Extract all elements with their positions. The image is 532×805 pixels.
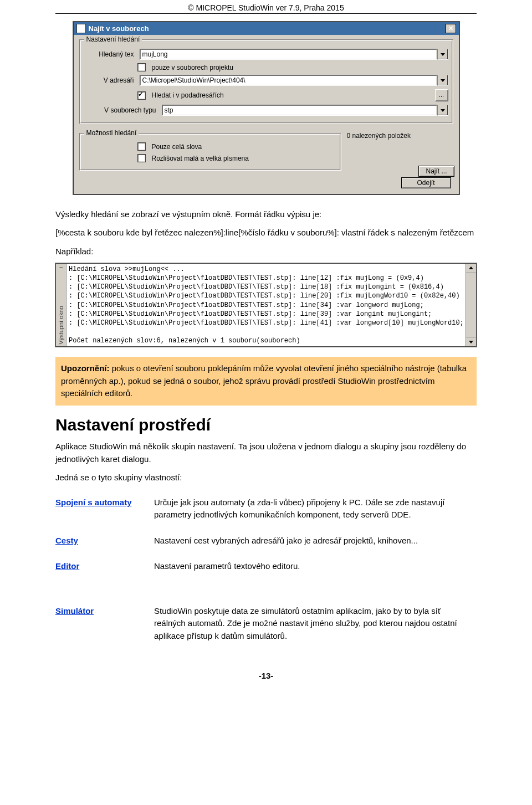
property-desc: StudioWin poskytuje data ze simulátorů o… (154, 598, 477, 649)
close-icon[interactable]: ✕ (446, 24, 456, 33)
page-header: © MICROPEL StudioWin ver 7.9, Praha 2015 (55, 0, 477, 14)
scroll-up-icon[interactable] (466, 264, 476, 273)
search-options-group: Možnosti hledání Pouze celá slova Rozliš… (79, 133, 341, 171)
svg-marker-2 (441, 109, 445, 112)
filetype-label: V souborech typu (84, 106, 158, 114)
svg-marker-4 (469, 341, 473, 343)
directory-combo[interactable]: C:\Micropel\StudioWin\Project\404\ (140, 75, 448, 86)
search-settings-group: Nastavení hledání Hledaný tex mujLong po… (79, 39, 453, 124)
chevron-down-icon[interactable] (437, 105, 448, 116)
output-side-label: Výstupní okno (58, 306, 64, 345)
chevron-down-icon[interactable] (437, 75, 448, 86)
properties-table: Spojení s automatyUrčuje jak jsou automa… (55, 490, 477, 649)
search-results-output: − Výstupní okno Hledání slova >>mujLong<… (55, 263, 477, 347)
browse-button[interactable]: ... (435, 89, 448, 101)
paragraph: Výsledky hledání se zobrazí ve výstupním… (55, 208, 477, 221)
filetype-input[interactable]: stp (162, 105, 437, 116)
search-text-input[interactable]: mujLong (140, 49, 437, 60)
whole-words-checkbox[interactable] (137, 142, 146, 151)
find-in-files-dialog: Najít v souborech ✕ Nastavení hledání Hl… (73, 22, 459, 194)
project-only-label: pouze v souborech projektu (152, 64, 233, 71)
page-number: -13- (55, 671, 477, 680)
project-only-checkbox[interactable] (137, 63, 146, 71)
group-label-search: Nastavení hledání (84, 35, 142, 43)
property-desc: Nastavení cest vybraných adresářů jako j… (154, 528, 477, 554)
directory-label: V adresáři (84, 76, 136, 84)
scroll-down-icon[interactable] (466, 337, 476, 346)
svg-marker-3 (469, 266, 473, 269)
find-button[interactable]: Najít ... (418, 166, 454, 177)
warning-callout: Upozornění: pokus o otevření souboru pok… (55, 357, 477, 406)
svg-marker-0 (441, 53, 445, 56)
format-line: [%cesta k souboru kde byl řetězec naleze… (55, 226, 477, 239)
subdirs-checkbox[interactable] (137, 91, 146, 100)
output-lines: Hledání slova >>mujLong<< ... : [C:\MICR… (66, 264, 466, 347)
chevron-down-icon[interactable] (437, 49, 448, 60)
callout-strong: Upozornění: (61, 363, 110, 373)
section-heading: Nastavení prostředí (55, 416, 477, 434)
paragraph: Jedná se o tyto skupiny vlastností: (55, 471, 477, 484)
found-count-text: 0 nalezených položek (344, 132, 454, 140)
property-link[interactable]: Spojení s automaty (55, 498, 132, 507)
svg-marker-1 (441, 79, 445, 82)
property-link[interactable]: Editor (55, 561, 79, 571)
paragraph: Aplikace StudioWin má několik skupin nas… (55, 440, 477, 466)
group-label-options: Možnosti hledání (84, 129, 139, 137)
property-desc: Nastavení parametrů textového editoru. (154, 553, 477, 580)
dialog-title: Najít v souborech (89, 24, 443, 33)
case-sensitive-checkbox[interactable] (137, 154, 146, 162)
case-sensitive-label: Rozlišovat malá a velká písmena (152, 155, 249, 162)
search-text-combo[interactable]: mujLong (140, 49, 448, 60)
whole-words-label: Pouze celá slova (152, 143, 202, 151)
search-text-label: Hledaný tex (84, 50, 136, 58)
property-link[interactable]: Cesty (55, 536, 78, 545)
scrollbar[interactable] (466, 264, 476, 347)
paragraph: Například: (55, 245, 477, 258)
subdirs-label: Hledat i v podadresářích (152, 91, 224, 99)
exit-button[interactable]: Odejít (401, 177, 451, 188)
app-icon (76, 24, 86, 33)
collapse-icon[interactable]: − (59, 265, 63, 271)
titlebar: Najít v souborech ✕ (74, 22, 459, 35)
property-link[interactable]: Simulátor (55, 606, 94, 616)
filetype-combo[interactable]: stp (162, 105, 448, 116)
callout-text: pokus o otevření souboru poklepáním může… (61, 363, 467, 398)
directory-input[interactable]: C:\Micropel\StudioWin\Project\404\ (140, 75, 437, 86)
property-desc: Určuje jak jsou automaty (a zda-li vůbec… (154, 490, 477, 528)
